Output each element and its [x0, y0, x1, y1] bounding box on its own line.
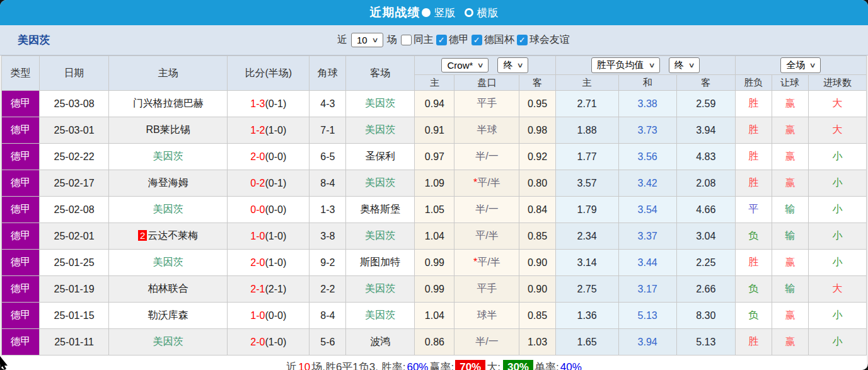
handicap-cell: *平/半: [454, 170, 519, 197]
promotion-badge: 2: [138, 230, 147, 241]
odds-home-cell: 0.91: [415, 117, 454, 144]
handicap-result-cell: 赢: [772, 91, 808, 117]
table-row[interactable]: 德甲 25-02-22 美因茨 2-0(0-0) 6-5 圣保利 0.97 *半…: [2, 144, 867, 170]
date-cell: 25-01-19: [40, 276, 109, 303]
filter-checkbox-item: ✓德甲: [436, 33, 469, 47]
filter-checkbox-item: ✓德国杯: [472, 33, 514, 47]
goals-cell: 小: [808, 170, 866, 197]
odds-home-cell: 0.99: [415, 250, 454, 276]
checkbox-label: 同主: [414, 33, 434, 47]
league-cell: 德甲: [2, 91, 40, 117]
col-date: 日期: [40, 56, 109, 91]
goals-cell: 小: [808, 250, 866, 276]
footer-segment: 大:: [487, 360, 501, 370]
avg-draw-cell: 3.94: [618, 329, 676, 356]
checkbox-checked-icon[interactable]: ✓: [517, 35, 528, 45]
avg-home-cell: 1.79: [555, 197, 618, 223]
layout-radio-option[interactable]: 横版: [465, 6, 499, 20]
handicap-cell: *半/一: [454, 329, 519, 356]
col-goals: 进球数: [808, 75, 866, 91]
avg-type-select[interactable]: 胜平负均值∨: [591, 57, 660, 73]
odds-away-cell: 0.85: [519, 303, 555, 329]
footer-segment: 10: [298, 361, 310, 370]
titlebar: 近期战绩 竖版横版: [0, 0, 868, 25]
table-row[interactable]: 德甲 25-01-15 勒沃库森 1-0(0-0) 8-4 美因茨 1.04 *…: [2, 303, 867, 329]
layout-radio-selected[interactable]: 竖版: [427, 6, 456, 20]
score-cell: 2-0(1-0): [228, 329, 310, 356]
radio-icon[interactable]: [465, 8, 473, 17]
handicap-cell: *平/半: [454, 250, 519, 276]
avg-home-cell: 3.14: [555, 250, 618, 276]
matches-count-select[interactable]: 10∨: [351, 33, 383, 47]
odds-away-cell: 0.90: [519, 250, 555, 276]
away-team-cell: 波鸿: [346, 329, 415, 356]
team-name: 美因茨: [18, 33, 50, 47]
corner-cell: 8-4: [310, 303, 346, 329]
odds-away-cell: 0.95: [519, 91, 555, 117]
handicap-cell: *平手: [454, 276, 519, 303]
home-team-cell: 门兴格拉德巴赫: [109, 91, 228, 117]
handicap-result-cell: 赢: [772, 144, 808, 170]
date-cell: 25-01-11: [40, 329, 109, 356]
handicap-cell: *半/一: [454, 144, 519, 170]
checkbox-unchecked-icon[interactable]: [401, 35, 412, 45]
away-team-cell: 斯图加特: [346, 250, 415, 276]
chevron-down-icon: ∨: [648, 61, 655, 69]
scope-select[interactable]: 全场∨: [780, 57, 821, 73]
table-row[interactable]: 德甲 25-02-08 美因茨 0-0(0-0) 1-3 奥格斯堡 1.05 *…: [2, 197, 867, 223]
corner-cell: 9-2: [310, 250, 346, 276]
footer-segment: 60%: [407, 361, 428, 370]
goals-cell: 大: [808, 276, 866, 303]
league-cell: 德甲: [2, 329, 40, 356]
odds-away-cell: 0.84: [519, 197, 555, 223]
table-row[interactable]: 德甲 25-03-08 门兴格拉德巴赫 1-3(0-1) 4-3 美因茨 0.9…: [2, 91, 867, 117]
table-row[interactable]: 德甲 25-01-11 美因茨 2-0(1-0) 5-6 波鸿 0.86 *半/…: [2, 329, 867, 356]
handicap-result-cell: 输: [772, 223, 808, 250]
handicap-result-cell: 赢: [772, 250, 808, 276]
checkbox-checked-icon[interactable]: ✓: [472, 35, 482, 45]
checkbox-label: 德国杯: [484, 33, 514, 47]
avg-draw-cell: 3.73: [618, 117, 676, 144]
home-team-cell: 美因茨: [109, 329, 228, 356]
avg-draw-cell: 5.13: [618, 303, 676, 329]
avg-home-cell: 1.36: [555, 303, 618, 329]
checkbox-checked-icon[interactable]: ✓: [436, 35, 447, 45]
col-avg-draw: 和: [618, 75, 676, 91]
radio-icon[interactable]: [422, 8, 431, 17]
results-tbody: 德甲 25-03-08 门兴格拉德巴赫 1-3(0-1) 4-3 美因茨 0.9…: [2, 91, 867, 356]
odds-home-cell: 0.94: [415, 91, 454, 117]
odds-dropdowns-cell: Crow*∨ 终∨: [415, 56, 555, 75]
table-row[interactable]: 德甲 25-01-25 美因茨 2-0(1-0) 9-2 斯图加特 0.99 *…: [2, 250, 867, 276]
recent-results-panel: 近期战绩 竖版横版 美因茨 近 10∨ 场 同主✓德甲✓德国杯✓球会友谊 类型 …: [0, 0, 868, 370]
filter-checkbox-item: 同主: [401, 33, 434, 47]
table-row[interactable]: 德甲 25-01-19 柏林联合 2-1(2-1) 2-2 美因茨 0.99 *…: [2, 276, 867, 303]
result-cell: 胜: [735, 144, 772, 170]
table-row[interactable]: 德甲 25-02-17 海登海姆 0-2(0-1) 8-4 美因茨 1.09 *…: [2, 170, 867, 197]
summary-footer: 近10场,胜6平1负3, 胜率:60% 赢率:70% 大:30% 单率:40%: [1, 356, 867, 370]
handicap-cell: *平/半: [454, 223, 519, 250]
odds-away-cell: 0.98: [519, 117, 555, 144]
goals-cell: 大: [808, 117, 866, 144]
avg-time-select[interactable]: 终∨: [669, 57, 700, 73]
odds-company-select[interactable]: Crow*∨: [441, 58, 489, 72]
odds-home-cell: 1.04: [415, 303, 454, 329]
corner-cell: 3-8: [310, 223, 346, 250]
result-cell: 胜: [735, 117, 772, 144]
footer-segment: 近: [286, 360, 297, 370]
home-team-cell: RB莱比锡: [109, 117, 228, 144]
avg-draw-cell: 3.38: [618, 91, 676, 117]
checkbox-label: 德甲: [449, 33, 469, 47]
corner-cell: 5-6: [310, 329, 346, 356]
filter-bar: 美因茨 近 10∨ 场 同主✓德甲✓德国杯✓球会友谊: [0, 25, 868, 55]
table-row[interactable]: 德甲 25-03-01 RB莱比锡 1-2(1-0) 7-1 美因茨 0.91 …: [2, 117, 867, 144]
odds-time-select[interactable]: 终∨: [497, 57, 528, 73]
date-cell: 25-02-22: [40, 144, 109, 170]
table-row[interactable]: 德甲 25-02-01 2云达不莱梅 1-0(1-0) 3-8 美因茨 1.04…: [2, 223, 867, 250]
recent-label: 近: [337, 33, 347, 47]
home-team-cell: 柏林联合: [109, 276, 228, 303]
league-cell: 德甲: [2, 197, 40, 223]
handicap-result-cell: 赢: [772, 170, 808, 197]
date-cell: 25-02-17: [40, 170, 109, 197]
odds-home-cell: 1.04: [415, 223, 454, 250]
odds-away-cell: 1.03: [519, 329, 555, 356]
